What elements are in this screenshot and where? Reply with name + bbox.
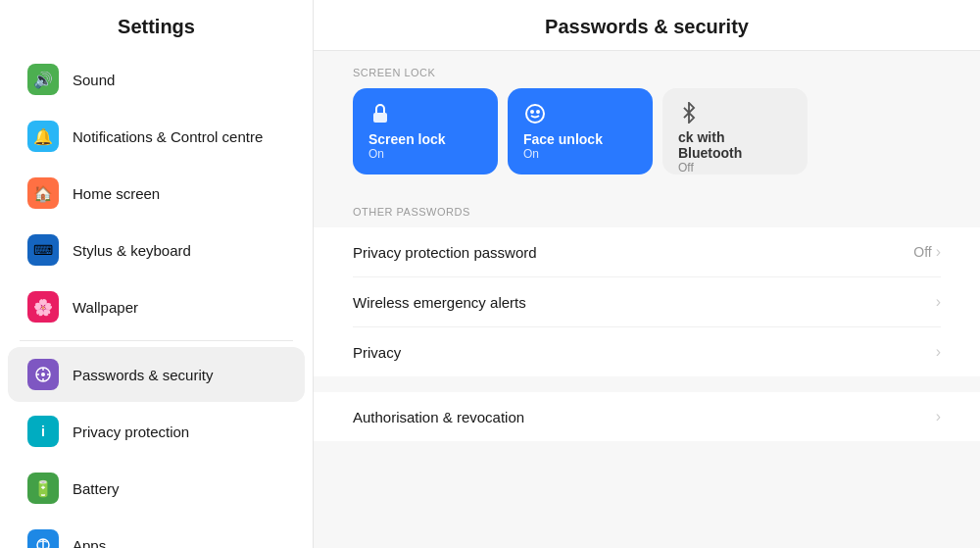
screen-lock-section-label: SCREEN LOCK: [314, 51, 980, 88]
authorisation-item[interactable]: Authorisation & revocation ›: [353, 392, 941, 441]
chevron-icon: ›: [936, 293, 941, 311]
screen-lock-card[interactable]: Screen lock On: [353, 88, 498, 174]
sidebar-divider: [20, 340, 293, 341]
privacy-password-item[interactable]: Privacy protection password Off ›: [353, 227, 941, 277]
apps-icon: [27, 529, 59, 548]
screen-lock-card-info: Screen lock On: [368, 131, 482, 161]
svg-rect-9: [373, 113, 387, 123]
bluetooth-lock-card-title: ck with Bluetooth: [678, 129, 792, 161]
home-icon: 🏠: [27, 177, 59, 209]
sidebar-item-stylus[interactable]: ⌨ Stylus & keyboard: [8, 223, 305, 277]
other-passwords-section: Privacy protection password Off › Wirele…: [314, 227, 980, 376]
wireless-alerts-label: Wireless emergency alerts: [353, 294, 526, 311]
svg-point-1: [41, 373, 45, 376]
sidebar-item-label: Home screen: [73, 185, 160, 202]
privacy-label: Privacy: [353, 344, 401, 361]
face-unlock-card-status: On: [523, 147, 637, 161]
other-passwords-section-label: OTHER PASSWORDS: [314, 190, 980, 227]
face-unlock-card[interactable]: Face unlock On: [508, 88, 653, 174]
sidebar-item-privacy[interactable]: i Privacy protection: [8, 404, 305, 459]
screen-lock-card-title: Screen lock: [368, 131, 482, 147]
lock-cards-container: Screen lock On Face unlock On: [314, 88, 980, 190]
chevron-icon: ›: [936, 343, 941, 361]
stylus-icon: ⌨: [27, 234, 59, 266]
sidebar-item-home-screen[interactable]: 🏠 Home screen: [8, 166, 305, 221]
sidebar-item-label: Wallpaper: [73, 299, 138, 316]
wireless-alerts-item[interactable]: Wireless emergency alerts ›: [353, 277, 941, 327]
sidebar-item-label: Sound: [73, 72, 115, 88]
sidebar-item-label: Notifications & Control centre: [73, 128, 263, 145]
privacy-icon: i: [27, 416, 59, 447]
authorisation-label: Authorisation & revocation: [353, 409, 524, 425]
bluetooth-lock-card-status: Off: [678, 161, 792, 174]
sidebar-item-label: Passwords & security: [73, 367, 213, 383]
sidebar-item-sound[interactable]: 🔊 Sound: [8, 52, 305, 107]
sidebar-title: Settings: [0, 0, 313, 50]
sidebar-item-label: Privacy protection: [73, 423, 189, 440]
sidebar-item-wallpaper[interactable]: 🌸 Wallpaper: [8, 279, 305, 334]
chevron-icon: ›: [936, 243, 941, 261]
auth-section: Authorisation & revocation ›: [314, 392, 980, 441]
sidebar-item-notifications[interactable]: 🔔 Notifications & Control centre: [8, 109, 305, 164]
svg-point-11: [531, 111, 533, 113]
bluetooth-lock-card-icon: [678, 102, 792, 129]
screen-lock-card-icon: [368, 102, 482, 131]
bluetooth-lock-card[interactable]: ck with Bluetooth Off: [662, 88, 808, 174]
sidebar-item-passwords[interactable]: Passwords & security: [8, 347, 305, 402]
passwords-icon: [27, 359, 59, 390]
sidebar-item-battery[interactable]: 🔋 Battery: [8, 461, 305, 516]
privacy-right: ›: [936, 343, 941, 361]
screen-lock-card-status: On: [368, 147, 482, 161]
authorisation-right: ›: [936, 408, 941, 425]
sidebar-item-label: Stylus & keyboard: [73, 242, 191, 259]
bluetooth-lock-card-info: ck with Bluetooth Off: [678, 129, 792, 174]
privacy-password-label: Privacy protection password: [353, 244, 537, 261]
sound-icon: 🔊: [27, 64, 59, 95]
sidebar-item-label: Battery: [73, 480, 120, 497]
notifications-icon: 🔔: [27, 121, 59, 152]
sidebar: Settings 🔊 Sound 🔔 Notifications & Contr…: [0, 0, 314, 548]
face-unlock-card-title: Face unlock: [523, 131, 637, 147]
svg-point-12: [537, 111, 539, 113]
main-header: Passwords & security: [314, 0, 980, 51]
sidebar-item-apps[interactable]: Apps: [8, 518, 305, 548]
battery-icon: 🔋: [27, 473, 59, 504]
privacy-item[interactable]: Privacy ›: [353, 327, 941, 376]
privacy-password-value: Off: [913, 244, 931, 260]
face-unlock-card-icon: [523, 102, 637, 131]
chevron-icon: ›: [936, 408, 941, 425]
face-unlock-card-info: Face unlock On: [523, 131, 637, 161]
wallpaper-icon: 🌸: [27, 291, 59, 323]
sidebar-item-label: Apps: [73, 537, 106, 549]
privacy-password-right: Off ›: [913, 243, 941, 261]
main-title: Passwords & security: [353, 16, 941, 38]
main-content: Passwords & security SCREEN LOCK Screen …: [314, 0, 980, 548]
section-gap: [314, 376, 980, 392]
svg-point-10: [526, 105, 544, 123]
wireless-alerts-right: ›: [936, 293, 941, 311]
